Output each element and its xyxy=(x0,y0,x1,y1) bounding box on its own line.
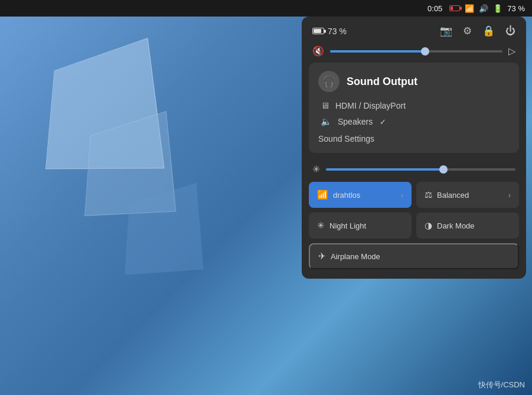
speakers-check-icon: ✓ xyxy=(380,117,386,126)
airplane-mode-row: ✈ Airplane Mode xyxy=(302,243,526,269)
dark-mode-toggle-left: ◑ Dark Mode xyxy=(425,220,475,231)
night-light-toggle-left: ✳ Night Light xyxy=(317,220,366,231)
dark-mode-toggle[interactable]: ◑ Dark Mode xyxy=(416,213,519,239)
wifi-toggle[interactable]: 📶 drahtlos › xyxy=(309,182,412,208)
wifi-toggle-label: drahtlos xyxy=(333,191,360,200)
sound-option-speakers[interactable]: 🔈 Speakers ✓ xyxy=(321,116,510,127)
brightness-icon: ✳ xyxy=(312,164,320,175)
volume-row: 🔇 ▷ xyxy=(302,43,526,63)
panel-battery-info: 73 % xyxy=(312,27,347,36)
settings-icon[interactable]: ⚙ xyxy=(463,25,472,37)
hdmi-label: HDMI / DisplayPort xyxy=(335,101,406,110)
volume-icon-topbar: 🔊 xyxy=(479,4,488,13)
bluetooth-icon[interactable]: ▷ xyxy=(508,45,515,57)
headphone-icon: 🎧 xyxy=(322,75,335,88)
lock-icon[interactable]: 🔒 xyxy=(482,25,495,37)
quick-settings-panel: 73 % 📷 ⚙ 🔒 ⏻ 🔇 ▷ 🎧 Sound Output 🖥 HDMI xyxy=(302,17,526,279)
balanced-toggle-label: Balanced xyxy=(437,191,469,200)
panel-battery-fill xyxy=(314,29,321,33)
volume-slider[interactable] xyxy=(330,50,502,53)
night-light-label: Night Light xyxy=(329,221,366,230)
sound-settings-button[interactable]: Sound Settings xyxy=(318,133,374,145)
top-bar-time: 0:05 xyxy=(427,4,442,13)
balanced-toggle[interactable]: ⚖ Balanced › xyxy=(416,182,519,208)
power-icon[interactable]: ⏻ xyxy=(505,25,515,37)
sound-option-hdmi[interactable]: 🖥 HDMI / DisplayPort xyxy=(321,100,510,110)
wifi-toggle-arrow: › xyxy=(401,191,403,200)
wifi-icon: 📶 xyxy=(465,4,474,13)
speakers-label: Speakers xyxy=(338,117,373,126)
toggles-grid: 📶 drahtlos › ⚖ Balanced › ✳ Night Light … xyxy=(302,182,526,243)
camera-icon[interactable]: 📷 xyxy=(440,25,452,37)
night-light-toggle[interactable]: ✳ Night Light xyxy=(309,213,412,239)
airplane-mode-toggle[interactable]: ✈ Airplane Mode xyxy=(309,243,519,269)
airplane-icon: ✈ xyxy=(318,251,326,262)
sound-options: 🖥 HDMI / DisplayPort 🔈 Speakers ✓ xyxy=(318,100,510,127)
mute-icon: 🔇 xyxy=(312,45,324,57)
night-light-icon: ✳ xyxy=(317,220,325,231)
brightness-slider-fill xyxy=(326,168,443,171)
sound-output-title: Sound Output xyxy=(347,76,417,88)
volume-slider-thumb[interactable] xyxy=(421,47,429,56)
top-bar-battery-icon xyxy=(449,3,460,14)
battery-red-fill xyxy=(451,6,453,10)
wifi-toggle-left: 📶 drahtlos xyxy=(317,190,360,200)
panel-battery-label: 73 % xyxy=(328,27,347,36)
dark-mode-icon: ◑ xyxy=(425,220,432,231)
volume-slider-fill xyxy=(330,50,425,53)
brightness-row: ✳ xyxy=(302,160,526,182)
battery-icon-red xyxy=(449,5,460,11)
watermark: 快传号/CSDN xyxy=(478,380,525,390)
wifi-toggle-icon: 📶 xyxy=(317,190,328,200)
airplane-mode-label: Airplane Mode xyxy=(331,252,380,261)
panel-header-icons: 📷 ⚙ 🔒 ⏻ xyxy=(440,25,515,37)
headphone-icon-circle: 🎧 xyxy=(318,71,340,92)
top-bar-battery-percent: 73 % xyxy=(507,4,525,13)
balanced-toggle-icon: ⚖ xyxy=(425,190,432,200)
balanced-toggle-left: ⚖ Balanced xyxy=(425,190,469,200)
sound-card-title-row: 🎧 Sound Output xyxy=(318,71,510,92)
battery-icon-topbar: 🔋 xyxy=(493,4,502,13)
panel-header: 73 % 📷 ⚙ 🔒 ⏻ xyxy=(302,17,526,43)
balanced-toggle-arrow: › xyxy=(508,191,511,200)
dark-mode-label: Dark Mode xyxy=(437,221,475,230)
monitor-icon: 🖥 xyxy=(321,100,329,110)
speaker-icon: 🔈 xyxy=(321,116,332,127)
brightness-slider[interactable] xyxy=(326,168,515,171)
panel-battery-icon xyxy=(312,28,324,34)
sound-output-card: 🎧 Sound Output 🖥 HDMI / DisplayPort 🔈 Sp… xyxy=(309,63,519,153)
top-bar: 0:05 📶 🔊 🔋 73 % xyxy=(0,0,532,17)
brightness-slider-thumb[interactable] xyxy=(439,165,448,174)
